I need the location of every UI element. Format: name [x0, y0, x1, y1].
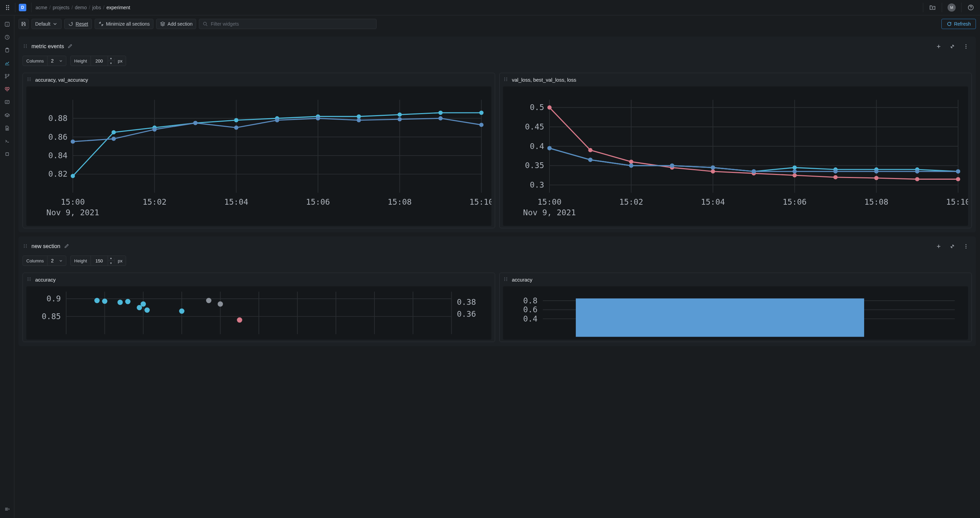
widget-accuracy: accuracy, val_accuracy 0.820.840.860.881… [22, 73, 495, 228]
widget-loss: val_loss, best_val_loss, loss 0.30.350.4… [499, 73, 972, 228]
sidebar-item-charts[interactable] [2, 58, 13, 69]
folder-button[interactable] [927, 2, 938, 13]
reset-button[interactable]: Reset [64, 19, 92, 29]
collapse-section-button[interactable] [947, 41, 958, 52]
step-down[interactable]: ▼ [108, 261, 114, 266]
sidebar-expand-button[interactable] [2, 504, 13, 515]
svg-point-143 [26, 247, 27, 248]
crumb-jobs[interactable]: jobs [92, 5, 101, 10]
height-control: Height ▲▼ px [70, 56, 126, 66]
clipboard-icon [5, 48, 10, 53]
svg-text:0.36: 0.36 [457, 310, 476, 319]
svg-text:15:06: 15:06 [783, 197, 807, 207]
columns-label: Columns [23, 258, 47, 264]
sidebar-item-clipboard[interactable] [2, 45, 13, 56]
dashboard-toolbar: Default Reset Minimize all sections Add … [19, 15, 976, 32]
svg-point-128 [588, 157, 592, 162]
svg-point-29 [28, 79, 29, 79]
crumb-experiment[interactable]: experiment [107, 5, 130, 10]
height-input[interactable] [91, 56, 108, 65]
section-menu-button[interactable] [960, 41, 972, 52]
crumb-demo[interactable]: demo [75, 5, 87, 10]
svg-point-3 [8, 7, 9, 8]
height-input[interactable] [91, 256, 108, 265]
add-widget-button[interactable] [933, 41, 945, 52]
add-widget-button[interactable] [933, 240, 945, 252]
presentation-icon [5, 99, 10, 105]
section-menu-button[interactable] [960, 240, 972, 252]
step-down[interactable]: ▼ [108, 61, 114, 66]
drag-handle-icon[interactable] [22, 43, 28, 50]
step-up[interactable]: ▲ [108, 256, 114, 261]
svg-point-177 [179, 308, 185, 314]
height-stepper[interactable]: ▲▼ [108, 56, 114, 66]
sidebar-item-info[interactable] [2, 19, 13, 30]
sidebar-item-puzzle[interactable] [2, 149, 13, 160]
sidebar-item-slides[interactable] [2, 97, 13, 108]
drag-handle-icon[interactable] [22, 243, 28, 250]
columns-select[interactable]: 2 [47, 56, 66, 65]
svg-point-80 [504, 80, 505, 81]
svg-point-30 [30, 79, 30, 79]
chart-scatter[interactable]: 0.850.90.380.36 [26, 286, 492, 340]
pencil-icon [64, 243, 69, 249]
svg-point-112 [834, 175, 837, 179]
puzzle-icon [5, 151, 10, 157]
info-icon [5, 22, 10, 27]
svg-text:0.5: 0.5 [530, 103, 544, 112]
folder-plus-icon [929, 5, 935, 11]
sidebar-item-branch[interactable] [2, 71, 13, 82]
crumb-projects[interactable]: projects [52, 5, 69, 10]
svg-text:0.9: 0.9 [46, 294, 61, 303]
svg-text:0.88: 0.88 [48, 113, 67, 123]
save-layout-button[interactable] [19, 19, 29, 29]
minimize-label: Minimize all sections [106, 21, 150, 27]
svg-point-180 [237, 318, 242, 323]
edit-section-button[interactable] [67, 43, 73, 50]
svg-point-175 [140, 301, 146, 307]
svg-point-4 [6, 9, 7, 10]
chart-bar[interactable]: 0.40.60.8 [503, 286, 968, 340]
chevron-down-icon [52, 21, 58, 27]
chart-icon [5, 60, 10, 66]
step-up[interactable]: ▲ [108, 56, 114, 61]
sidebar-item-model[interactable] [2, 110, 13, 121]
chart-loss[interactable]: 0.30.350.40.450.515:0015:0215:0415:0615:… [503, 86, 968, 226]
svg-text:0.6: 0.6 [523, 305, 538, 315]
drag-handle-icon[interactable] [26, 76, 32, 83]
svg-text:0.4: 0.4 [530, 141, 544, 151]
divider [923, 3, 923, 12]
app-badge[interactable]: D [19, 4, 26, 11]
svg-point-122 [792, 165, 797, 170]
drag-handle-icon[interactable] [503, 276, 509, 283]
collapse-section-button[interactable] [947, 240, 958, 252]
crumb-acme[interactable]: acme [35, 5, 47, 10]
svg-point-27 [28, 78, 29, 78]
breadcrumb: acme / projects / demo / jobs / experime… [35, 5, 130, 10]
drag-handle-icon[interactable] [503, 76, 509, 83]
svg-point-138 [24, 244, 25, 245]
chart-accuracy[interactable]: 0.820.840.860.8815:0015:0215:0415:0615:0… [26, 86, 492, 226]
help-button[interactable] [965, 2, 977, 13]
svg-point-26 [966, 48, 967, 49]
drag-handle-icon[interactable] [26, 276, 32, 283]
sidebar-item-activity[interactable] [2, 32, 13, 43]
svg-point-113 [874, 176, 878, 180]
svg-point-182 [506, 278, 507, 278]
filter-widgets-search[interactable] [199, 19, 377, 29]
height-stepper[interactable]: ▲▼ [108, 256, 114, 266]
add-section-button[interactable]: Add section [156, 19, 196, 29]
filter-input[interactable] [211, 21, 373, 27]
layout-select[interactable]: Default [32, 19, 62, 29]
minimize-all-button[interactable]: Minimize all sections [95, 19, 153, 29]
sidebar-item-health[interactable] [2, 84, 13, 95]
app-menu-button[interactable] [3, 2, 14, 13]
sidebar-item-file[interactable] [2, 123, 13, 133]
refresh-button[interactable]: Refresh [942, 19, 976, 29]
edit-section-button[interactable] [64, 243, 69, 250]
sidebar-item-terminal[interactable] [2, 136, 13, 146]
columns-select[interactable]: 2 [47, 256, 66, 265]
svg-point-32 [30, 80, 30, 81]
svg-point-19 [26, 44, 27, 45]
avatar[interactable]: M [948, 3, 956, 12]
